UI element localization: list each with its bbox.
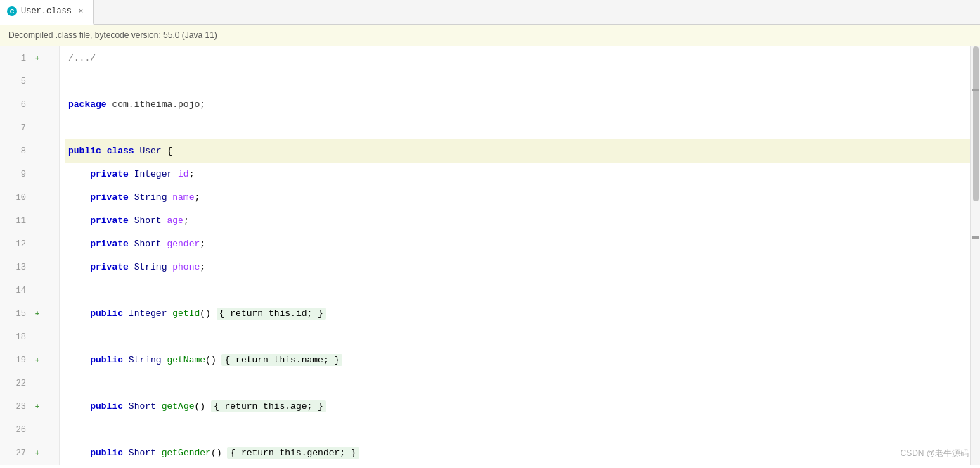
token-plain (123, 401, 129, 412)
code-line: private Short gender; (65, 232, 970, 255)
gutter-row: 19+ (0, 348, 59, 372)
token-kw-private: private (90, 169, 129, 179)
token-plain (162, 215, 167, 226)
method-body: { return this.id; } (217, 308, 326, 320)
line-number: 27 (0, 448, 32, 458)
tab-label: User.class (21, 6, 72, 16)
code-line: public Integer getId() { return this.id;… (65, 302, 970, 325)
token-type-name: Integer (129, 308, 167, 319)
token-kw-public: public (90, 448, 123, 458)
token-type-name: String (134, 262, 167, 272)
tab-close-icon[interactable]: × (76, 6, 86, 16)
tab-icon: C (7, 6, 17, 16)
token-plain (167, 308, 172, 319)
token-type-name: Short (134, 215, 162, 226)
code-line (65, 116, 970, 139)
gutter: 1+56789101112131415+1819+2223+2627+ (0, 46, 60, 465)
line-number: 14 (0, 286, 32, 296)
gutter-row: 23+ (0, 395, 59, 418)
token-plain (123, 355, 129, 365)
token-type-name: Short (134, 239, 162, 249)
gutter-row: 7 (0, 116, 59, 139)
method-body: { return this.gender; } (227, 447, 359, 459)
gutter-icon[interactable]: + (32, 356, 43, 365)
scrollbar-track[interactable] (970, 46, 980, 465)
token-plain (162, 239, 167, 249)
code-line: public String getName() { return this.na… (65, 348, 970, 372)
gutter-row: 6 (0, 93, 59, 116)
code-line (65, 70, 970, 93)
token-plain: ; (200, 239, 205, 249)
code-area: 1+56789101112131415+1819+2223+2627+ /...… (0, 46, 980, 465)
token-plain: () (205, 355, 221, 365)
token-field-name: age (167, 215, 183, 226)
token-comment: /.../ (68, 53, 96, 63)
token-plain: () (194, 401, 210, 412)
token-type-name: Integer (134, 169, 173, 179)
token-type-name: User (139, 146, 161, 156)
token-indent (68, 215, 90, 226)
token-method-name: getGender (162, 448, 211, 458)
line-number: 7 (0, 123, 32, 133)
token-plain (129, 239, 134, 249)
token-kw-public: public (90, 308, 123, 319)
token-plain (129, 169, 134, 179)
line-number: 23 (0, 402, 32, 412)
gutter-icon[interactable]: + (32, 449, 43, 457)
tab-user-class[interactable]: C User.class × (0, 0, 94, 25)
code-content[interactable]: /.../package com.itheima.pojo;public cla… (60, 46, 970, 465)
line-number: 1 (0, 53, 32, 63)
gutter-row: 22 (0, 372, 59, 395)
gutter-icon[interactable]: + (32, 54, 43, 63)
code-line: package com.itheima.pojo; (65, 93, 970, 116)
gutter-row: 26 (0, 418, 59, 441)
token-plain (162, 355, 167, 365)
watermark: CSDN @老牛源码 (900, 448, 969, 460)
token-plain: ; (194, 192, 200, 203)
gutter-icon[interactable]: + (32, 310, 43, 318)
code-line (65, 279, 970, 302)
token-plain (167, 192, 172, 203)
token-plain: ; (189, 169, 195, 179)
token-plain: ; (200, 262, 205, 272)
token-method-name: getId (172, 308, 200, 319)
token-plain: () (200, 308, 216, 319)
gutter-row: 27+ (0, 441, 59, 464)
token-field-name: phone (172, 262, 200, 272)
token-plain (156, 401, 162, 412)
token-plain (156, 448, 162, 458)
token-indent (68, 448, 90, 458)
line-number: 22 (0, 379, 32, 388)
gutter-row: 13 (0, 255, 59, 279)
line-number: 18 (0, 332, 32, 342)
gutter-row: 18 (0, 325, 59, 348)
code-line (65, 325, 970, 348)
line-number: 5 (0, 77, 32, 87)
gutter-row: 8 (0, 139, 59, 163)
line-number: 10 (0, 193, 32, 203)
token-type-name: String (134, 192, 167, 203)
token-kw-package: package (68, 99, 107, 110)
token-plain (129, 215, 134, 226)
token-plain (167, 262, 172, 272)
gutter-row: 9 (0, 163, 59, 186)
code-line: private String name; (65, 186, 970, 209)
token-kw-public: public (90, 355, 123, 365)
token-kw-private: private (90, 239, 129, 249)
code-line: public Short getAge() { return this.age;… (65, 395, 970, 418)
tab-bar: C User.class × (0, 0, 980, 25)
gutter-row: 11 (0, 209, 59, 232)
token-type-name: String (129, 355, 162, 365)
line-number: 12 (0, 239, 32, 249)
line-number: 13 (0, 263, 32, 272)
scrollbar-marker-2 (972, 236, 979, 239)
token-kw-private: private (90, 192, 129, 203)
token-method-name: getName (167, 355, 205, 365)
token-indent (68, 401, 90, 412)
token-kw-class: class (107, 146, 134, 156)
token-plain (107, 99, 112, 110)
token-plain (123, 448, 129, 458)
gutter-icon[interactable]: + (32, 403, 43, 411)
scrollbar-thumb[interactable] (973, 46, 979, 201)
line-number: 9 (0, 170, 32, 179)
